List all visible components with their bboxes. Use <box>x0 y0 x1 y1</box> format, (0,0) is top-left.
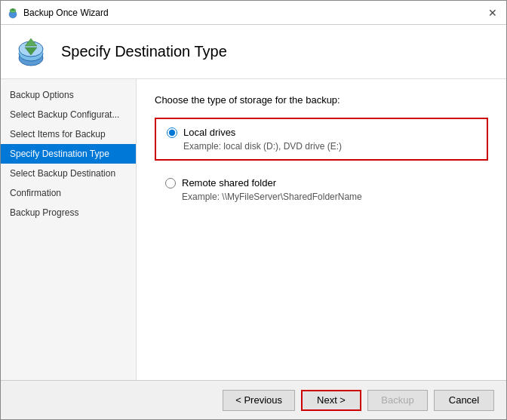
page-title: Specify Destination Type <box>61 43 227 60</box>
prompt-text: Choose the type of storage for the backu… <box>155 94 488 106</box>
footer: < Previous Next > Backup Cancel <box>1 380 506 419</box>
title-bar: Backup Once Wizard ✕ <box>1 1 506 25</box>
local-drives-radio[interactable] <box>167 127 177 138</box>
local-drives-row: Local drives <box>167 127 476 138</box>
sidebar: Backup Options Select Backup Configurat.… <box>1 79 137 380</box>
content-area: Backup Options Select Backup Configurat.… <box>1 79 506 380</box>
remote-folder-example: Example: \\MyFileServer\SharedFolderName <box>182 192 478 202</box>
local-drives-label[interactable]: Local drives <box>183 127 235 138</box>
close-button[interactable]: ✕ <box>485 5 500 20</box>
remote-folder-label[interactable]: Remote shared folder <box>182 177 276 189</box>
sidebar-item-select-backup-configuration[interactable]: Select Backup Configurat... <box>1 105 136 124</box>
main-panel: Choose the type of storage for the backu… <box>137 79 506 380</box>
sidebar-item-confirmation[interactable]: Confirmation <box>1 183 136 203</box>
sidebar-item-specify-destination-type[interactable]: Specify Destination Type <box>1 144 136 164</box>
sidebar-item-backup-progress[interactable]: Backup Progress <box>1 203 136 222</box>
title-bar-left: Backup Once Wizard <box>7 7 109 19</box>
header-icon <box>13 34 49 70</box>
remote-folder-row: Remote shared folder <box>165 177 478 189</box>
window: Backup Once Wizard ✕ Specify Destination… <box>0 0 507 420</box>
sidebar-item-select-backup-destination[interactable]: Select Backup Destination <box>1 164 136 183</box>
remote-folder-radio[interactable] <box>165 178 176 189</box>
next-button[interactable]: Next > <box>301 390 361 411</box>
remote-folder-option-box: Remote shared folder Example: \\MyFileSe… <box>155 170 488 210</box>
backup-icon <box>13 34 49 70</box>
title-bar-icon <box>7 7 19 19</box>
title-bar-title: Backup Once Wizard <box>23 8 109 18</box>
backup-button[interactable]: Backup <box>367 390 428 411</box>
cancel-button[interactable]: Cancel <box>434 390 494 411</box>
header: Specify Destination Type <box>1 25 506 79</box>
sidebar-item-select-items-for-backup[interactable]: Select Items for Backup <box>1 124 136 144</box>
sidebar-item-backup-options[interactable]: Backup Options <box>1 85 136 105</box>
local-drives-option-box: Local drives Example: local disk (D:), D… <box>155 118 488 161</box>
previous-button[interactable]: < Previous <box>223 390 295 411</box>
local-drives-example: Example: local disk (D:), DVD drive (E:) <box>183 141 476 152</box>
